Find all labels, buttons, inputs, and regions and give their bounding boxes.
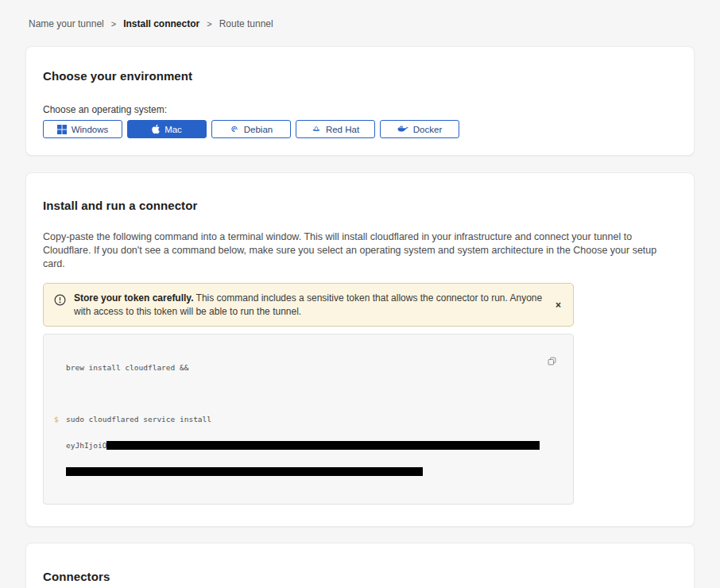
token-redaction-bar [66,467,423,476]
os-button-redhat[interactable]: Red Hat [296,120,375,138]
token-warning-title: Store your token carefully. [74,292,194,304]
redhat-icon [312,125,321,134]
windows-icon [57,125,67,134]
token-warning-banner: Store your token carefully. This command… [43,283,574,327]
shell-prompt: $ [54,415,59,424]
connectors-title: Connectors [43,570,677,583]
os-button-label: Mac [165,125,182,134]
code-line-token: eyJhIjoiO [66,441,541,450]
install-command: brew install cloudflared && $sudo cloudf… [66,346,541,493]
code-line-sudo: $sudo cloudflared service install [66,415,541,424]
token-warning-text: Store your token carefully. This command… [74,292,546,319]
close-icon[interactable]: × [554,300,563,311]
install-connector-title: Install and run a connector [43,199,677,212]
os-button-debian[interactable]: Debian [211,120,291,138]
code-line-token-2 [66,467,541,476]
debian-icon [230,125,239,134]
install-connector-card: Install and run a connector Copy-paste t… [25,172,695,527]
os-button-label: Debian [244,125,273,134]
breadcrumb-separator: > [207,19,211,29]
breadcrumb-step-route-tunnel[interactable]: Route tunnel [219,18,273,29]
alert-circle-icon [54,294,66,309]
breadcrumb-separator: > [111,19,116,29]
choose-environment-title: Choose your environment [43,69,677,83]
code-line-brew: brew install cloudflared && [66,363,541,372]
docker-icon [397,125,408,133]
choose-environment-card: Choose your environment Choose an operat… [25,46,695,156]
install-connector-description: Copy-paste the following command into a … [43,230,677,271]
copy-icon[interactable] [545,354,559,370]
install-command-code-block: brew install cloudflared && $sudo cloudf… [43,334,574,505]
os-button-group: Windows Mac Debian Red Hat Docker [43,120,677,138]
os-button-docker[interactable]: Docker [380,120,459,138]
os-button-windows[interactable]: Windows [43,120,122,138]
token-redaction-bar [106,441,540,450]
code-line-sudo-text: sudo cloudflared service install [66,415,211,424]
os-select-label: Choose an operating system: [43,104,677,115]
os-button-label: Windows [72,125,109,134]
os-button-label: Red Hat [326,125,359,134]
breadcrumb-step-name-tunnel[interactable]: Name your tunnel [29,18,104,29]
os-button-mac[interactable]: Mac [127,120,207,138]
os-button-label: Docker [413,125,442,134]
connectors-card: Connectors Connector ID Status Data cent… [25,543,695,588]
token-prefix: eyJhIjoiO [66,441,106,450]
breadcrumb: Name your tunnel > Install connector > R… [0,0,720,29]
breadcrumb-step-install-connector[interactable]: Install connector [123,18,199,29]
apple-icon [152,124,160,134]
